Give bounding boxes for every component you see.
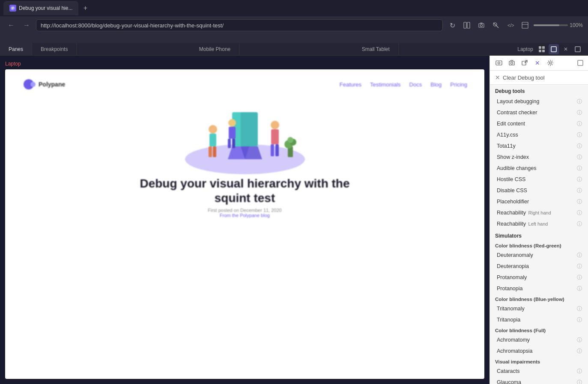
pane-icon-single[interactable]: [549, 44, 559, 54]
svg-text:P: P: [12, 6, 14, 10]
debug-external-btn[interactable]: [519, 57, 530, 68]
back-button[interactable]: ←: [5, 19, 17, 31]
sub-nav: Panes Breakpoints Mobile Phone Small Tab…: [0, 43, 588, 56]
pane-icons: ✕: [537, 44, 583, 54]
layout-button[interactable]: [519, 19, 531, 31]
svg-point-5: [481, 24, 483, 27]
panel-collapse-btn[interactable]: [576, 59, 585, 67]
svg-rect-30: [229, 127, 236, 139]
info-icon-deuteranomaly[interactable]: ⓘ: [576, 252, 583, 259]
svg-rect-9: [522, 22, 528, 28]
debug-item-layout-debugging[interactable]: Layout debugging ⓘ: [490, 96, 588, 107]
debug-item-disable-css[interactable]: Disable CSS ⓘ: [490, 185, 588, 196]
svg-rect-31: [228, 139, 231, 148]
screenshot-button[interactable]: [475, 19, 487, 31]
svg-rect-26: [209, 134, 216, 146]
debug-toolbar: ✕: [493, 57, 573, 68]
debug-item-protanomaly[interactable]: Protanomaly ⓘ: [490, 272, 588, 283]
info-icon-reach-right[interactable]: ⓘ: [576, 209, 583, 216]
pane-icon-grid[interactable]: [537, 44, 547, 54]
pane-icon-collapse[interactable]: [573, 44, 583, 54]
debug-item-tota11y[interactable]: Tota11y ⓘ: [490, 140, 588, 152]
info-icon-cataracts[interactable]: ⓘ: [576, 368, 583, 375]
code-button[interactable]: </>: [504, 19, 516, 31]
site-logo: Polypane: [22, 78, 74, 91]
site-nav: Polypane Features Testimonials Docs Blog…: [14, 78, 476, 91]
info-icon-tritanomaly[interactable]: ⓘ: [576, 305, 583, 312]
debug-item-deuteranopia[interactable]: Deuteranopia ⓘ: [490, 261, 588, 272]
info-icon-hostile[interactable]: ⓘ: [576, 176, 583, 183]
address-input[interactable]: http://localhost:8000/blog/debug-your-vi…: [36, 19, 443, 31]
info-icon-achromatopsia[interactable]: ⓘ: [576, 348, 583, 354]
info-icon-a11y[interactable]: ⓘ: [576, 131, 583, 138]
debug-item-a11y-css[interactable]: A11y.css ⓘ: [490, 129, 588, 140]
svg-rect-13: [539, 50, 541, 52]
inspect-button[interactable]: [490, 19, 502, 31]
debug-item-achromatopsia[interactable]: Achromatopsia ⓘ: [490, 345, 588, 357]
site-blog-link: From the Polypane blog: [140, 213, 349, 218]
svg-point-44: [511, 62, 513, 64]
info-icon-reach-left[interactable]: ⓘ: [576, 220, 583, 227]
debug-item-show-zindex[interactable]: Show z-index ⓘ: [490, 152, 588, 163]
info-icon-deuteranopia[interactable]: ⓘ: [576, 263, 583, 270]
info-icon-edit[interactable]: ⓘ: [576, 120, 583, 127]
debug-screenshot-btn[interactable]: [493, 57, 504, 68]
info-icon-contrast[interactable]: ⓘ: [576, 109, 583, 116]
debug-item-cataracts[interactable]: Cataracts ⓘ: [490, 366, 588, 377]
sub-nav-breakpoints[interactable]: Breakpoints: [32, 43, 77, 55]
info-icon-audible[interactable]: ⓘ: [576, 165, 583, 172]
info-icon-protanomaly[interactable]: ⓘ: [576, 274, 583, 281]
debug-item-reachability-right[interactable]: Reachability Right hand ⓘ: [490, 207, 588, 218]
sub-nav-mobile-phone[interactable]: Mobile Phone: [191, 43, 239, 55]
refresh-button[interactable]: ↻: [446, 19, 458, 31]
debug-item-edit-content[interactable]: Edit content ⓘ: [490, 118, 588, 129]
svg-rect-35: [271, 144, 274, 156]
sub-nav-panes[interactable]: Panes: [0, 43, 32, 55]
section-simulators: Simulators: [490, 229, 588, 241]
debug-item-protanopia[interactable]: Protanopia ⓘ: [490, 283, 588, 294]
info-icon-layout[interactable]: ⓘ: [576, 98, 583, 105]
info-icon-tritanopia[interactable]: ⓘ: [576, 316, 583, 323]
debug-item-audible-changes[interactable]: Audible changes ⓘ: [490, 163, 588, 174]
site-subtitle: First posted on December 11, 2020: [140, 208, 349, 213]
debug-close-btn[interactable]: ✕: [532, 57, 543, 68]
debug-item-deuteranomaly[interactable]: Deuteranomaly ⓘ: [490, 250, 588, 261]
new-tab-button[interactable]: +: [80, 3, 90, 13]
info-icon-tota11y[interactable]: ⓘ: [576, 143, 583, 149]
debug-item-tritanopia[interactable]: Tritanopia ⓘ: [490, 314, 588, 325]
viewport-area: Laptop Polypane Features Testimonial: [0, 56, 490, 384]
debug-settings-btn[interactable]: [545, 57, 556, 68]
svg-point-47: [549, 62, 552, 64]
debug-panel-header: ✕: [490, 56, 588, 71]
debug-item-reachability-left[interactable]: Reachability Left hand ⓘ: [490, 218, 588, 229]
panes-icon[interactable]: [461, 19, 473, 31]
debug-item-hostile-css[interactable]: Hostile CSS ⓘ: [490, 174, 588, 185]
zoom-display: 100%: [534, 22, 583, 28]
debug-item-achromatomy[interactable]: Achromatomy ⓘ: [490, 334, 588, 345]
debug-camera-btn[interactable]: [506, 57, 517, 68]
debug-item-contrast-checker[interactable]: Contrast checker ⓘ: [490, 107, 588, 118]
info-icon-protanopia[interactable]: ⓘ: [576, 285, 583, 292]
subsection-colorblind-red-green: Color blindness (Red-green): [490, 241, 588, 250]
debug-item-glaucoma[interactable]: Glaucoma ⓘ: [490, 377, 588, 384]
info-icon-placeholdifier[interactable]: ⓘ: [576, 198, 583, 205]
sub-nav-small-tablet[interactable]: Small Tablet: [353, 43, 399, 55]
debug-panel-body[interactable]: Debug tools Layout debugging ⓘ Contrast …: [490, 85, 588, 384]
laptop-label: Laptop: [517, 46, 533, 52]
pane-icon-close[interactable]: ✕: [561, 44, 571, 54]
svg-point-18: [30, 82, 36, 87]
active-tab[interactable]: P Debug your visual hie...: [3, 1, 78, 15]
clear-debug-tool-button[interactable]: ✕ Clear Debug tool: [490, 71, 588, 85]
info-icon-disable-css[interactable]: ⓘ: [576, 187, 583, 194]
svg-rect-16: [575, 47, 580, 52]
debug-item-placeholdifier[interactable]: Placeholdifier ⓘ: [490, 196, 588, 207]
site-title: Debug your visual hierarchy with thesqui…: [140, 176, 349, 205]
info-icon-glaucoma[interactable]: ⓘ: [576, 379, 583, 384]
debug-item-tritanomaly[interactable]: Tritanomaly ⓘ: [490, 303, 588, 314]
info-icon-zindex[interactable]: ⓘ: [576, 154, 583, 161]
forward-button[interactable]: →: [21, 19, 33, 31]
clear-debug-label: Clear Debug tool: [503, 74, 545, 81]
site-content: Polypane Features Testimonials Docs Blog…: [5, 69, 484, 379]
info-icon-achromatomy[interactable]: ⓘ: [576, 336, 583, 343]
svg-rect-15: [551, 47, 556, 52]
